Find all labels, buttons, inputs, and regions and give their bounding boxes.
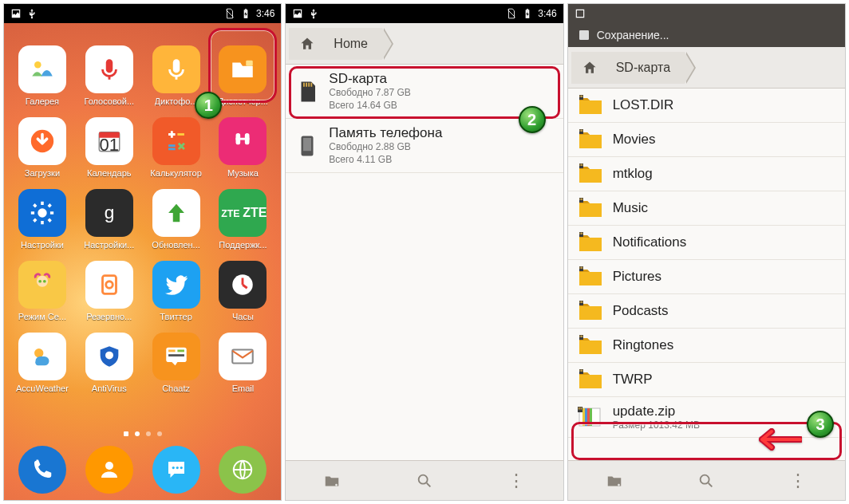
- svg-point-17: [105, 282, 113, 289]
- storage-phone-mem[interactable]: Память телефонаСвободно 2.88 GBВсего 4.1…: [286, 119, 563, 173]
- page-dot[interactable]: [146, 431, 151, 436]
- dock-browser[interactable]: [219, 446, 267, 494]
- new-folder-button[interactable]: [286, 461, 378, 500]
- svg-rect-62: [582, 267, 582, 270]
- app-label: Часы: [232, 312, 254, 321]
- page-dot[interactable]: [157, 431, 162, 436]
- app-calendar[interactable]: 0101Календарь: [76, 117, 143, 178]
- app-settings[interactable]: Настройки: [9, 189, 76, 250]
- app-chaatz[interactable]: Chaatz: [143, 333, 210, 393]
- folder-item[interactable]: Pictures: [568, 260, 845, 294]
- overflow-menu-button[interactable]: ⋮: [752, 461, 845, 500]
- status-bar: [568, 4, 845, 23]
- svg-rect-73: [581, 370, 582, 372]
- action-mode-title: Сохранение...: [597, 29, 669, 41]
- app-gallery[interactable]: Галерея: [9, 45, 76, 106]
- dock-phone[interactable]: [18, 446, 66, 494]
- search-button[interactable]: [660, 461, 752, 500]
- app-calculator[interactable]: Калькулятор: [143, 117, 210, 178]
- svg-rect-66: [582, 301, 582, 304]
- file-list: LOST.DIRMoviesmtklogMusicNotificationsPi…: [568, 89, 845, 460]
- calculator-icon: [152, 117, 200, 165]
- svg-rect-44: [579, 130, 580, 132]
- app-label: Email: [232, 384, 255, 393]
- dock-contacts[interactable]: [85, 446, 133, 494]
- app-google-settings[interactable]: gНастройки...: [76, 189, 143, 250]
- folder-item[interactable]: Ringtones: [568, 329, 845, 363]
- app-label: Диспетчер...: [218, 96, 268, 106]
- svg-rect-36: [303, 138, 311, 151]
- update-icon: [152, 189, 200, 237]
- app-email[interactable]: Email: [209, 333, 276, 393]
- svg-rect-74: [582, 370, 582, 372]
- backup-icon: [85, 261, 133, 309]
- google-settings-icon: g: [85, 189, 133, 237]
- svg-rect-48: [579, 164, 580, 167]
- breadcrumb-bar: Home: [286, 23, 563, 65]
- svg-text:ZTE: ZTE: [222, 208, 240, 219]
- svg-rect-41: [581, 96, 582, 98]
- folder-item[interactable]: mtklog: [568, 157, 845, 191]
- app-file-manager[interactable]: Диспетчер...: [209, 45, 276, 106]
- app-label: Настройки...: [84, 240, 134, 250]
- app-update[interactable]: Обновлен...: [143, 189, 210, 250]
- storage-total: Всего 14.64 GB: [329, 100, 411, 112]
- overflow-menu-button[interactable]: ⋮: [471, 461, 563, 500]
- app-backup[interactable]: Резервно...: [76, 261, 143, 321]
- app-antivirus[interactable]: AntiVirus: [76, 333, 143, 393]
- app-kids-mode[interactable]: Режим Се...: [9, 261, 76, 321]
- storage-sd-card[interactable]: SD-картаСвободно 7.87 GBВсего 14.64 GB: [286, 65, 563, 119]
- dot-home[interactable]: [124, 431, 128, 436]
- search-button[interactable]: [378, 461, 471, 500]
- app-voice[interactable]: Голосовой...: [76, 45, 143, 106]
- breadcrumb-home[interactable]: [289, 28, 326, 60]
- battery-charging-icon: [522, 8, 533, 19]
- app-twitter[interactable]: Твиттер: [143, 261, 210, 321]
- svg-rect-64: [579, 301, 580, 304]
- no-sim-icon: [224, 8, 235, 19]
- folder-name: Podcasts: [613, 303, 669, 319]
- storage-total: Всего 4.11 GB: [329, 154, 442, 167]
- svg-rect-3: [247, 61, 254, 66]
- app-music[interactable]: Музыка: [209, 117, 276, 178]
- dock-messages[interactable]: [152, 446, 200, 494]
- folder-item[interactable]: LOST.DIR: [568, 89, 845, 123]
- folder-item[interactable]: Podcasts: [568, 294, 845, 329]
- app-recorder[interactable]: Диктофо...: [143, 45, 210, 106]
- breadcrumb-home[interactable]: [571, 52, 608, 84]
- folder-item[interactable]: Notifications: [568, 226, 845, 260]
- breadcrumb-seg-sd[interactable]: SD-карта: [608, 52, 685, 84]
- app-label: Калькулятор: [150, 168, 201, 178]
- storage-free: Свободно 7.87 GB: [329, 87, 411, 100]
- new-folder-button[interactable]: [568, 461, 661, 500]
- toolbar: ⋮: [286, 460, 563, 500]
- svg-rect-81: [578, 408, 579, 410]
- image-icon: [292, 8, 303, 19]
- app-support[interactable]: ZTEZTEПоддержк...: [209, 189, 276, 250]
- svg-point-26: [105, 462, 113, 470]
- app-label: Резервно...: [86, 312, 132, 321]
- svg-rect-69: [581, 336, 582, 338]
- app-downloads[interactable]: Загрузки: [9, 117, 76, 178]
- file-update-zip[interactable]: update.zipРазмер 1013.42 MB: [568, 397, 845, 438]
- downloads-icon: [18, 117, 66, 165]
- chaatz-icon: [152, 333, 200, 380]
- folder-item[interactable]: Music: [568, 191, 845, 226]
- folder-item[interactable]: TWRP: [568, 363, 845, 397]
- page-dot[interactable]: [135, 431, 140, 436]
- music-icon: [219, 117, 267, 165]
- breadcrumb-seg-home[interactable]: Home: [326, 28, 382, 60]
- folder-item[interactable]: Movies: [568, 123, 845, 157]
- file-manager-icon: [219, 45, 267, 93]
- app-label: Галерея: [26, 96, 59, 106]
- svg-point-28: [176, 467, 178, 469]
- app-weather[interactable]: AccuWeather: [9, 333, 76, 393]
- svg-rect-49: [581, 164, 582, 167]
- settings-icon: [18, 189, 66, 237]
- svg-rect-82: [579, 408, 580, 410]
- app-clock[interactable]: Часы: [209, 261, 276, 321]
- panel-file-manager-home: 3:46 Home SD-картаСвободно 7.87 GBВсего …: [285, 3, 563, 501]
- svg-rect-2: [172, 59, 180, 73]
- app-label: Режим Се...: [18, 312, 66, 321]
- svg-rect-60: [579, 267, 580, 270]
